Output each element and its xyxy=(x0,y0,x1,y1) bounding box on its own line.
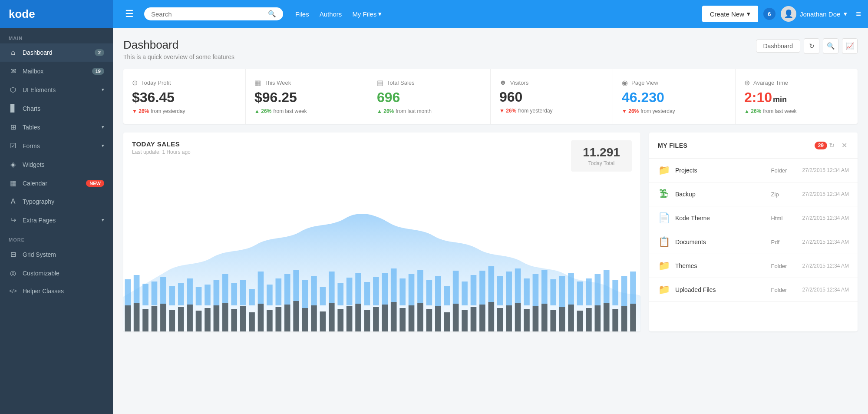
sidebar-item-grid-system[interactable]: ⊟ Grid System xyxy=(0,245,113,264)
file-date: 27/2/2015 12:34 AM xyxy=(802,215,849,221)
svg-rect-76 xyxy=(284,274,290,305)
sidebar-item-calendar[interactable]: ▦ Calendar NEW xyxy=(0,174,113,192)
file-row[interactable]: 📋 Documents Pdf 27/2/2015 12:34 AM xyxy=(649,230,858,254)
dashboard-badge: 2 xyxy=(95,49,104,56)
close-icon: ✕ xyxy=(842,142,847,149)
files-title: MY FILES xyxy=(658,142,811,149)
helper-classes-icon: </> xyxy=(9,288,17,294)
chevron-down-icon: ▾ xyxy=(102,87,104,93)
search-icon: 🔍 xyxy=(827,42,835,50)
refresh-button[interactable]: ↻ xyxy=(804,38,819,54)
svg-rect-67 xyxy=(205,285,211,305)
file-row[interactable]: 📁 Projects Folder 27/2/2015 12:34 AM xyxy=(649,159,858,182)
trend-icon: ▼ 26% xyxy=(132,108,149,114)
svg-rect-80 xyxy=(320,287,326,305)
sidebar-item-tables[interactable]: ⊞ Tables ▾ xyxy=(0,118,113,136)
file-row[interactable]: 📁 Uploaded Files Folder 27/2/2015 12:34 … xyxy=(649,278,858,302)
svg-rect-96 xyxy=(462,282,468,305)
svg-rect-59 xyxy=(134,275,140,303)
chevron-down-icon: ▾ xyxy=(378,10,382,18)
sidebar-item-helper-classes[interactable]: </> Helper Classes xyxy=(0,282,113,300)
folder-icon: 📁 xyxy=(658,284,670,295)
file-row[interactable]: 📁 Themes Folder 27/2/2015 12:34 AM xyxy=(649,254,858,278)
mailbox-badge: 19 xyxy=(92,68,104,75)
eye-icon: ◉ xyxy=(622,79,628,87)
files-close-button[interactable]: ✕ xyxy=(840,139,849,151)
svg-rect-51 xyxy=(577,311,583,331)
svg-rect-46 xyxy=(533,306,539,331)
svg-rect-103 xyxy=(524,278,530,305)
search-input[interactable] xyxy=(151,10,264,18)
file-row[interactable]: 📄 Kode Theme Html 27/2/2015 12:34 AM xyxy=(649,206,858,230)
files-refresh-button[interactable]: ↻ xyxy=(827,139,836,151)
topnav: kode ☰ 🔍 Files Authors My Files ▾ Create… xyxy=(0,0,868,28)
ui-elements-icon: ⬡ xyxy=(9,86,17,94)
stat-header: ⊙ Today Profit xyxy=(132,79,237,87)
sidebar-item-charts[interactable]: ▊ Charts xyxy=(0,99,113,118)
sidebar-item-ui-elements[interactable]: ⬡ UI Elements ▾ xyxy=(0,80,113,99)
svg-rect-35 xyxy=(435,306,441,331)
file-type: Folder xyxy=(771,287,797,293)
hamburger-icon: ☰ xyxy=(125,8,134,19)
svg-rect-86 xyxy=(373,277,379,305)
file-row[interactable]: 🗜 Backup Zip 27/2/2015 12:34 AM xyxy=(649,182,858,206)
user-dropdown-arrow-icon: ▾ xyxy=(844,10,847,18)
hamburger-button[interactable]: ☰ xyxy=(122,5,137,23)
svg-rect-25 xyxy=(347,306,353,331)
trend-icon: ▼ 26% xyxy=(622,108,639,114)
file-type: Html xyxy=(771,215,797,222)
sidebar-item-forms[interactable]: ☑ Forms ▾ xyxy=(0,136,113,155)
svg-rect-71 xyxy=(240,280,246,305)
line-chart-icon: 📈 xyxy=(846,42,854,50)
nav-links: Files Authors My Files ▾ xyxy=(295,10,382,18)
time-value: 2:10 xyxy=(744,89,772,106)
user-area[interactable]: 👤 Jonathan Doe ▾ xyxy=(781,6,847,22)
nav-files[interactable]: Files xyxy=(295,10,309,18)
menu-lines-button[interactable]: ≡ xyxy=(856,9,861,19)
grid-system-icon: ⊟ xyxy=(9,250,17,258)
svg-rect-56 xyxy=(621,306,627,331)
nav-authors[interactable]: Authors xyxy=(320,10,342,18)
stat-visitors: ☻ Visitors 960 ▼ 26% from yesterday xyxy=(491,69,613,124)
svg-rect-2 xyxy=(142,309,149,331)
sidebar-label-calendar: Calendar xyxy=(23,180,81,187)
chart-subtitle: Last update: 1 Hours ago xyxy=(132,149,571,155)
svg-rect-34 xyxy=(426,309,432,331)
sidebar-item-widgets[interactable]: ◈ Widgets xyxy=(0,155,113,174)
sidebar-item-dashboard[interactable]: ⌂ Dashboard 2 xyxy=(0,43,113,62)
svg-rect-31 xyxy=(399,308,406,331)
search-button[interactable]: 🔍 xyxy=(823,38,838,54)
sidebar: MAIN ⌂ Dashboard 2 ✉ Mailbox 19 ⬡ UI Ele… xyxy=(0,28,113,414)
svg-rect-1 xyxy=(134,303,140,331)
notification-badge[interactable]: 6 xyxy=(763,8,776,20)
svg-rect-93 xyxy=(435,276,441,306)
stat-total-sales: ▤ Total Sales 696 ▲ 26% from last month xyxy=(368,69,491,124)
chart-header: TODAY SALES Last update: 1 Hours ago 11.… xyxy=(123,132,640,175)
svg-rect-91 xyxy=(417,270,423,303)
svg-rect-99 xyxy=(488,266,495,302)
create-new-button[interactable]: Create New ▾ xyxy=(702,6,758,22)
svg-rect-15 xyxy=(258,304,264,331)
svg-rect-79 xyxy=(311,276,317,305)
sidebar-item-typography[interactable]: A Typography xyxy=(0,192,113,211)
user-name: Jonathan Doe xyxy=(800,10,840,18)
chart-svg xyxy=(123,175,640,331)
calendar-icon: ▦ xyxy=(254,79,261,87)
svg-rect-29 xyxy=(382,305,388,331)
svg-rect-111 xyxy=(595,274,601,305)
sidebar-item-customizable[interactable]: ◎ Customizable xyxy=(0,264,113,282)
nav-myfiles[interactable]: My Files ▾ xyxy=(352,10,382,18)
file-name: Kode Theme xyxy=(675,215,766,222)
file-type: Folder xyxy=(771,167,797,174)
svg-rect-30 xyxy=(391,302,397,331)
sidebar-label-mailbox: Mailbox xyxy=(23,68,87,75)
zip-icon: 🗜 xyxy=(658,189,670,200)
html-file-icon: 📄 xyxy=(658,212,670,224)
svg-rect-5 xyxy=(169,310,175,331)
stat-header: ▤ Total Sales xyxy=(377,79,482,87)
chevron-down-icon: ▾ xyxy=(102,217,104,223)
chart-button[interactable]: 📈 xyxy=(842,38,858,54)
sidebar-item-mailbox[interactable]: ✉ Mailbox 19 xyxy=(0,62,113,80)
svg-rect-112 xyxy=(604,270,610,303)
sidebar-item-extra-pages[interactable]: ↪ Extra Pages ▾ xyxy=(0,211,113,229)
